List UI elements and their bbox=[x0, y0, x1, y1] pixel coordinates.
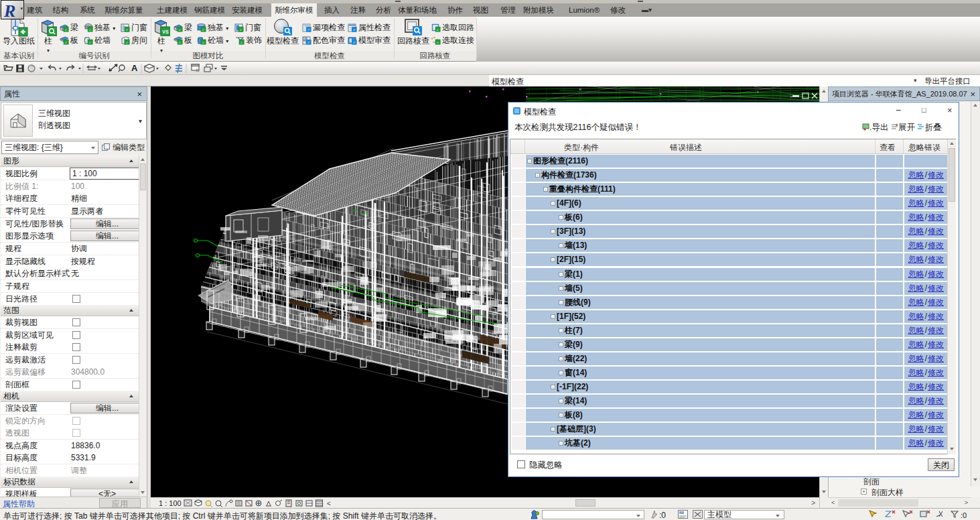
svg-text:A: A bbox=[131, 63, 138, 73]
svg-text:VS: VS bbox=[162, 29, 169, 34]
svg-text:R: R bbox=[3, 1, 15, 19]
svg-text::0: :0 bbox=[961, 511, 967, 519]
svg-text:<: < bbox=[327, 500, 331, 507]
